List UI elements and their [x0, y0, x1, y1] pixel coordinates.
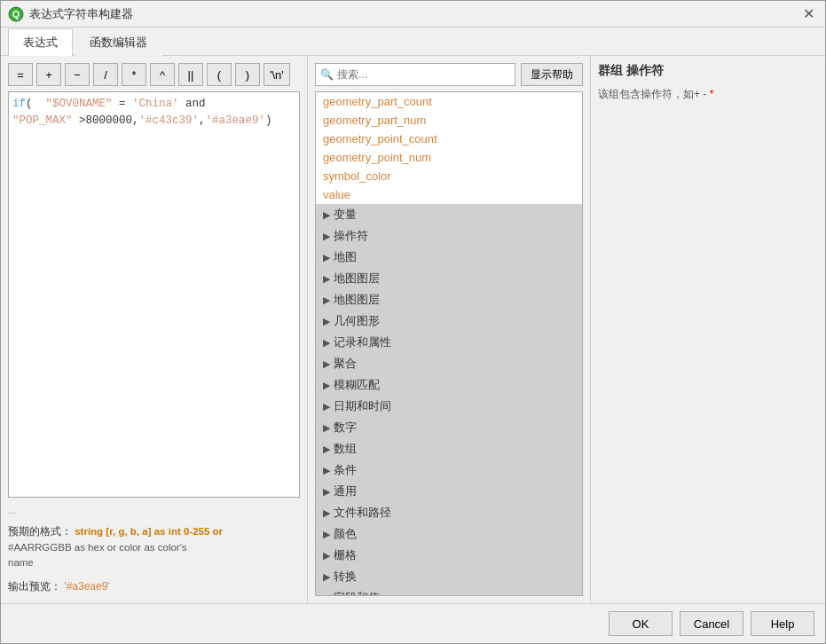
- btn-concat[interactable]: ||: [178, 63, 203, 86]
- list-item-value[interactable]: value: [316, 185, 582, 204]
- expand-arrow: ▶: [323, 358, 330, 370]
- item-label: 转换: [334, 569, 357, 585]
- expand-arrow: ▶: [323, 295, 330, 306]
- item-label: 模糊匹配: [334, 377, 380, 393]
- expr-line-1: if( "$OV0NAME" = 'China' and: [12, 96, 295, 113]
- tab-expression[interactable]: 表达式: [8, 28, 73, 56]
- main-window: Q 表达式字符串构建器 ✕ 表达式 函数编辑器 = + − / * ^ || (…: [0, 0, 826, 644]
- expand-arrow: ▶: [323, 231, 330, 242]
- app-icon: Q: [8, 6, 24, 22]
- expand-arrow: ▶: [323, 465, 330, 476]
- list-item-map-layer-2[interactable]: ▶ 地图图层: [316, 289, 582, 310]
- output-preview-row: 输出预览： '#a3eae9': [8, 577, 300, 596]
- item-label: geometry_part_count: [323, 95, 432, 108]
- item-label: 栅格: [334, 547, 357, 563]
- help-button[interactable]: Help: [751, 611, 814, 636]
- list-item-fields-values[interactable]: ▶ 字段和值: [316, 587, 582, 596]
- list-item-map[interactable]: ▶ 地图: [316, 247, 582, 268]
- list-item-raster[interactable]: ▶ 栅格: [316, 545, 582, 566]
- format-line3: name: [8, 557, 34, 568]
- expand-arrow: ▶: [323, 486, 330, 498]
- content-area: = + − / * ^ || ( ) '\n' if( "$OV0NAME" =…: [1, 56, 825, 603]
- list-item-geometry-point-count[interactable]: geometry_point_count: [316, 130, 582, 148]
- btn-plus[interactable]: +: [36, 63, 61, 86]
- expression-editor[interactable]: if( "$OV0NAME" = 'China' and "POP_MAX" >…: [8, 91, 300, 498]
- item-label: 聚合: [334, 356, 357, 372]
- list-item-geometry-part-num[interactable]: geometry_part_num: [316, 111, 582, 130]
- item-label: value: [323, 188, 350, 201]
- item-label: 字段和值: [334, 590, 380, 596]
- btn-multiply[interactable]: *: [122, 63, 146, 86]
- expand-arrow: ▶: [323, 571, 330, 583]
- btn-caret[interactable]: ^: [150, 63, 175, 86]
- format-highlight-r: string [r, g, b, a] as int 0-255 or: [75, 526, 223, 537]
- left-panel: = + − / * ^ || ( ) '\n' if( "$OV0NAME" =…: [1, 56, 307, 603]
- window-title: 表达式字符串构建器: [29, 6, 133, 22]
- expand-arrow: ▶: [323, 444, 330, 455]
- cancel-button[interactable]: Cancel: [680, 611, 743, 636]
- item-label: 通用: [334, 483, 357, 499]
- item-label: 数字: [334, 420, 357, 436]
- list-item-conversion[interactable]: ▶ 转换: [316, 566, 582, 587]
- group-ops-title: 群组 操作符: [598, 63, 818, 79]
- item-label: symbol_color: [323, 169, 391, 183]
- expand-arrow: ▶: [323, 550, 330, 562]
- expand-arrow: ▶: [323, 593, 330, 597]
- btn-equals[interactable]: =: [8, 63, 33, 86]
- item-label: geometry_point_count: [323, 132, 437, 145]
- search-icon: 🔍: [320, 68, 334, 81]
- list-item-variables[interactable]: ▶ 变量: [316, 204, 582, 225]
- list-item-number[interactable]: ▶ 数字: [316, 417, 582, 438]
- editor-ellipsis: ...: [8, 503, 300, 517]
- expression-toolbar: = + − / * ^ || ( ) '\n': [8, 63, 300, 86]
- output-preview-label: 输出预览：: [8, 580, 61, 593]
- item-label: 几何图形: [334, 313, 380, 329]
- list-item-file-path[interactable]: ▶ 文件和路径: [316, 502, 582, 523]
- tab-bar: 表达式 函数编辑器: [1, 27, 825, 56]
- expand-arrow: ▶: [323, 380, 330, 391]
- item-label: 日期和时间: [334, 398, 391, 414]
- footer: OK Cancel Help: [1, 603, 825, 643]
- list-item-symbol-color[interactable]: symbol_color: [316, 167, 582, 185]
- tab-function-editor[interactable]: 函数编辑器: [75, 28, 162, 56]
- function-list: geometry_part_count geometry_part_num ge…: [315, 91, 583, 596]
- btn-minus[interactable]: −: [65, 63, 90, 86]
- expand-arrow: ▶: [323, 209, 330, 221]
- item-label: 操作符: [334, 228, 368, 244]
- list-item-records-attributes[interactable]: ▶ 记录和属性: [316, 332, 582, 353]
- list-item-fuzzy-match[interactable]: ▶ 模糊匹配: [316, 374, 582, 396]
- list-item-map-layer-1[interactable]: ▶ 地图图层: [316, 268, 582, 289]
- ok-button[interactable]: OK: [609, 611, 673, 636]
- expand-arrow: ▶: [323, 316, 330, 327]
- expr-line-2: "POP_MAX" >8000000,'#c43c39','#a3eae9'): [12, 113, 295, 130]
- item-label: 地图: [334, 249, 357, 265]
- expand-arrow: ▶: [323, 252, 330, 263]
- item-label: geometry_part_num: [323, 114, 426, 127]
- svg-text:Q: Q: [12, 9, 20, 20]
- btn-open-paren[interactable]: (: [207, 63, 232, 86]
- list-item-general[interactable]: ▶ 通用: [316, 481, 582, 502]
- btn-newline[interactable]: '\n': [264, 63, 290, 86]
- btn-divide[interactable]: /: [93, 63, 118, 86]
- list-item-aggregates[interactable]: ▶ 聚合: [316, 353, 582, 374]
- item-label: 地图图层: [334, 292, 380, 308]
- format-line2: #AARRGGBB as hex or color as color's: [8, 542, 187, 553]
- item-label: 数组: [334, 441, 357, 457]
- middle-panel: 🔍 显示帮助 geometry_part_count geometry_part…: [307, 56, 591, 603]
- btn-close-paren[interactable]: ): [235, 63, 260, 86]
- list-item-geometry-part-count[interactable]: geometry_part_count: [316, 92, 582, 111]
- list-item-date-time[interactable]: ▶ 日期和时间: [316, 396, 582, 417]
- show-help-button[interactable]: 显示帮助: [521, 63, 583, 86]
- item-label: 变量: [334, 207, 357, 223]
- list-item-geometry-point-num[interactable]: geometry_point_num: [316, 148, 582, 167]
- list-item-color[interactable]: ▶ 颜色: [316, 523, 582, 545]
- right-panel: 群组 操作符 该组包含操作符，如+ - *: [591, 56, 825, 603]
- close-button[interactable]: ✕: [799, 5, 818, 23]
- list-item-array[interactable]: ▶ 数组: [316, 438, 582, 459]
- search-input[interactable]: [315, 63, 515, 86]
- list-item-geometry[interactable]: ▶ 几何图形: [316, 310, 582, 332]
- item-label: 条件: [334, 462, 357, 478]
- expand-arrow: ▶: [323, 401, 330, 412]
- list-item-conditions[interactable]: ▶ 条件: [316, 459, 582, 481]
- list-item-operators[interactable]: ▶ 操作符: [316, 225, 582, 247]
